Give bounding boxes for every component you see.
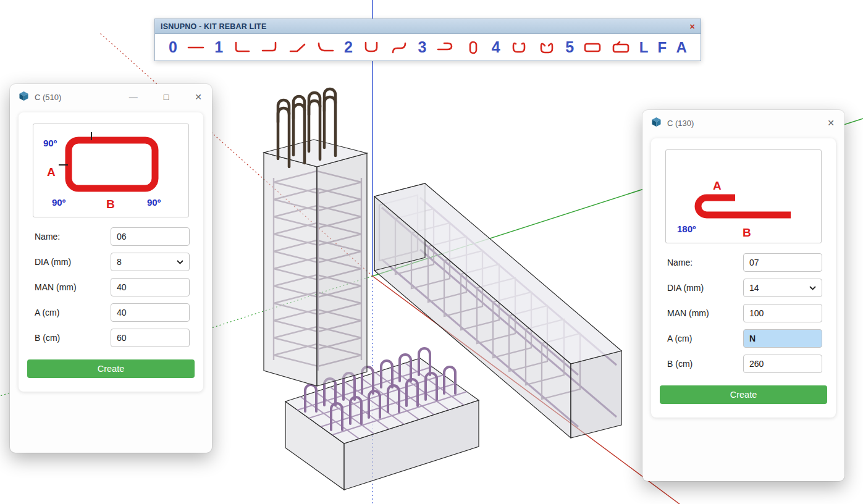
man-input[interactable] xyxy=(743,304,822,322)
maximize-icon[interactable]: □ xyxy=(164,93,169,101)
dialog-c130-content: A 180º B Name: DIA (mm) 14 MAN (mm) A (c… xyxy=(651,138,836,418)
toolbar-titlebar[interactable]: ISNUPNO - KIT REBAR LITE × xyxy=(155,19,701,34)
dialog-c130-title: C (130) xyxy=(667,119,694,128)
tool-a-button[interactable]: A xyxy=(676,39,686,56)
l-bend-curve-icon[interactable] xyxy=(316,41,335,54)
dia-label: DIA (mm) xyxy=(667,283,704,293)
b-row: B (cm) xyxy=(667,355,822,373)
dia-select[interactable]: 14 xyxy=(743,279,822,297)
sketchup-logo-icon xyxy=(651,117,662,130)
dia-select-value: 14 xyxy=(749,283,759,293)
stirrup-hook-a-icon[interactable] xyxy=(510,41,528,54)
close-icon[interactable]: ✕ xyxy=(195,93,202,101)
side-b-label: B xyxy=(106,198,115,211)
rebar-toolbar-window: ISNUPNO - KIT REBAR LITE × 0 1 2 3 4 5 L… xyxy=(154,19,701,61)
a-row: A (cm) xyxy=(35,303,190,322)
tool-l-button[interactable]: L xyxy=(639,39,649,56)
sketchup-logo-icon xyxy=(19,91,29,104)
dia-select-value: 8 xyxy=(117,257,122,267)
a-row: A (cm) xyxy=(667,329,822,348)
dialog-c510-title: C (510) xyxy=(35,93,61,102)
b-input[interactable] xyxy=(743,355,822,373)
name-row: Name: xyxy=(35,227,190,246)
b-label: B (cm) xyxy=(35,333,60,343)
l-bend-135-icon[interactable] xyxy=(288,41,307,54)
angle-label-top-left: 90º xyxy=(43,138,57,148)
stirrup-hook-b-icon[interactable] xyxy=(537,41,556,54)
side-a-label: A xyxy=(47,166,56,178)
side-a-label: A xyxy=(713,179,722,192)
rebar-column-3d xyxy=(264,89,367,386)
man-input[interactable] xyxy=(111,278,190,296)
man-label: MAN (mm) xyxy=(35,282,77,292)
name-row: Name: xyxy=(667,253,822,272)
name-input[interactable] xyxy=(111,227,190,246)
angle-label-180: 180º xyxy=(677,224,696,234)
b-row: B (cm) xyxy=(35,329,190,347)
toolbar-group-label-3: 3 xyxy=(418,38,426,56)
toolbar-group-label-0: 0 xyxy=(169,38,177,56)
closed-loop-icon[interactable] xyxy=(464,41,482,54)
dialog-c130-titlebar[interactable]: C (130) ✕ xyxy=(642,110,844,136)
angle-label-bottom-left: 90º xyxy=(52,197,66,208)
side-b-label: B xyxy=(743,226,751,239)
close-icon[interactable]: ✕ xyxy=(827,119,835,127)
closed-stirrup-icon[interactable] xyxy=(583,41,602,54)
u-bend-icon[interactable] xyxy=(362,41,381,54)
toolbar-group-label-1: 1 xyxy=(214,38,223,56)
chevron-down-icon xyxy=(177,260,183,264)
s-crank-icon[interactable] xyxy=(390,41,408,54)
dialog-c510-content: 90º A 90º B 90º Name: DIA (mm) 8 MAN (mm… xyxy=(19,112,203,392)
name-label: Name: xyxy=(35,232,60,242)
toolbar-group-label-4: 4 xyxy=(492,38,500,56)
angle-label-bottom-right: 90º xyxy=(147,197,161,208)
l-bend-up-icon[interactable] xyxy=(261,41,279,54)
man-row: MAN (mm) xyxy=(667,304,822,322)
shape-diagram-c130: A 180º B xyxy=(665,149,822,243)
dialog-c510-titlebar[interactable]: C (510) — □ ✕ xyxy=(10,84,212,110)
man-label: MAN (mm) xyxy=(667,308,709,318)
create-button[interactable]: Create xyxy=(27,359,195,378)
toolbar-close-icon[interactable]: × xyxy=(689,22,695,31)
dia-label: DIA (mm) xyxy=(35,257,71,267)
a-label: A (cm) xyxy=(667,334,692,343)
a-input-selected[interactable] xyxy=(743,329,822,348)
toolbar-group-label-2: 2 xyxy=(344,38,353,56)
a-label: A (cm) xyxy=(35,308,59,317)
man-row: MAN (mm) xyxy=(35,278,190,296)
dialog-c130: C (130) ✕ A 180º B Name: DIA (mm) 14 MAN xyxy=(642,110,844,481)
tool-f-button[interactable]: F xyxy=(658,39,667,56)
closed-stirrup-hook-icon[interactable] xyxy=(612,41,630,54)
shape-diagram-c510: 90º A 90º B 90º xyxy=(33,124,189,217)
dia-row: DIA (mm) 14 xyxy=(667,279,822,297)
l-bend-90-icon[interactable] xyxy=(232,41,251,54)
a-input[interactable] xyxy=(111,303,190,322)
hook-180-icon[interactable] xyxy=(436,41,455,54)
b-input[interactable] xyxy=(111,329,190,347)
dialog-c510: C (510) — □ ✕ 90º A 90º B 90º Name: DIA … xyxy=(10,84,212,453)
toolbar-title: ISNUPNO - KIT REBAR LITE xyxy=(161,22,266,31)
b-label: B (cm) xyxy=(667,359,693,369)
toolbar-body: 0 1 2 3 4 5 L F A xyxy=(155,34,701,61)
name-label: Name: xyxy=(667,258,693,267)
dia-select[interactable]: 8 xyxy=(111,253,190,271)
dia-row: DIA (mm) 8 xyxy=(35,253,190,271)
create-button[interactable]: Create xyxy=(660,385,827,404)
straight-bar-icon[interactable] xyxy=(187,41,205,54)
toolbar-group-label-5: 5 xyxy=(565,38,574,56)
chevron-down-icon xyxy=(809,286,816,290)
minimize-icon[interactable]: — xyxy=(129,93,138,101)
name-input[interactable] xyxy=(743,253,822,272)
